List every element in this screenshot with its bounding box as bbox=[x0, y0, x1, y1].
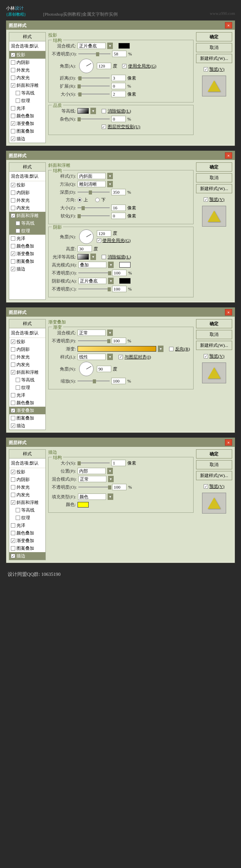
styles-list: 样式 混合选项:默认 投影 内阴影 外发光 内发光 斜面和浮雕 等高线 纹理 光… bbox=[9, 32, 46, 143]
cancel-button[interactable]: 取消 bbox=[196, 43, 232, 52]
distance-slider[interactable] bbox=[78, 76, 110, 80]
antialias-checkbox[interactable] bbox=[102, 109, 106, 113]
opacity-slider[interactable] bbox=[78, 51, 110, 56]
structure-group: 结构 混合模式:正片叠底▼ 不透明度(O):58% 角度(A):120度使用全局… bbox=[48, 40, 194, 102]
preview-checkbox[interactable] bbox=[204, 67, 208, 72]
style-satin[interactable]: 光泽 bbox=[9, 104, 45, 112]
styles-header: 样式 bbox=[9, 33, 45, 41]
style-bevel[interactable]: 斜面和浮雕 bbox=[9, 212, 45, 219]
quality-group: 品质 等高线:▼消除锯齿(L) 杂色(N):0% 图层挖空投影(U) bbox=[48, 105, 194, 135]
ok-button[interactable]: 确定 bbox=[196, 32, 232, 41]
styles-list: 样式 混合选项:默认 投影 内阴影 外发光 内发光 斜面和浮雕 等高线 纹理 光… bbox=[9, 162, 46, 300]
blend-mode-select[interactable]: 正片叠底 bbox=[78, 43, 106, 49]
cancel-button[interactable]: 取消 bbox=[196, 460, 232, 469]
shadow-color-swatch[interactable] bbox=[118, 43, 130, 49]
dialog-title: 图层样式 bbox=[9, 23, 27, 29]
dialog-drop-shadow: 图层样式 × 样式 混合选项:默认 投影 内阴影 外发光 内发光 斜面和浮雕 等… bbox=[6, 20, 235, 146]
spread-field[interactable]: 0 bbox=[111, 83, 126, 89]
stroke-color-swatch[interactable] bbox=[78, 502, 89, 508]
global-light-checkbox[interactable] bbox=[122, 64, 127, 68]
style-gradient-overlay[interactable]: 渐变叠加 bbox=[9, 407, 45, 414]
new-style-button[interactable]: 新建样式(W)... bbox=[196, 341, 232, 350]
logo-sub: {原创教程} bbox=[6, 12, 26, 16]
close-button[interactable]: × bbox=[225, 152, 232, 159]
shadow-color[interactable] bbox=[119, 278, 131, 284]
dropdown-arrow-icon[interactable]: ▼ bbox=[107, 43, 113, 49]
style-color-overlay[interactable]: 颜色叠加 bbox=[9, 112, 45, 120]
cancel-button[interactable]: 取消 bbox=[196, 330, 232, 339]
highlight-color[interactable] bbox=[119, 262, 131, 268]
distance-field[interactable]: 3 bbox=[111, 75, 126, 81]
close-button[interactable]: × bbox=[225, 22, 232, 29]
style-inner-shadow[interactable]: 内阴影 bbox=[9, 59, 45, 66]
style-stroke[interactable]: 描边 bbox=[9, 135, 45, 143]
ok-button[interactable]: 确定 bbox=[196, 319, 232, 328]
style-drop-shadow[interactable]: 投影 bbox=[9, 51, 45, 59]
new-style-button[interactable]: 新建样式(W)... bbox=[196, 471, 232, 480]
size-field[interactable]: 2 bbox=[111, 91, 126, 97]
style-stroke[interactable]: 描边 bbox=[9, 552, 45, 560]
blend-options[interactable]: 混合选项:默认 bbox=[9, 41, 45, 51]
checkbox[interactable] bbox=[11, 53, 15, 57]
dialog-stroke: 图层样式× 样式 混合选项:默认 投影 内阴影 外发光 内发光 斜面和浮雕 等高… bbox=[6, 438, 235, 563]
close-button[interactable]: × bbox=[225, 309, 232, 315]
cancel-button[interactable]: 取消 bbox=[196, 173, 232, 182]
noise-slider[interactable] bbox=[78, 117, 110, 121]
style-texture[interactable]: 纹理 bbox=[9, 97, 45, 104]
bevel-style-select[interactable]: 内斜面 bbox=[78, 173, 106, 179]
ok-button[interactable]: 确定 bbox=[196, 449, 232, 459]
preview-thumbnail bbox=[202, 76, 226, 96]
settings-panel: 投影 结构 混合模式:正片叠底▼ 不透明度(O):58% 角度(A):120度使… bbox=[48, 32, 196, 143]
angle-dial[interactable] bbox=[79, 229, 94, 244]
technique-select[interactable]: 雕刻清晰 bbox=[78, 181, 106, 187]
close-button[interactable]: × bbox=[225, 439, 232, 446]
style-outer-glow[interactable]: 外发光 bbox=[9, 66, 45, 74]
site-url: www.z990.com bbox=[210, 11, 235, 16]
ok-button[interactable]: 确定 bbox=[196, 162, 232, 172]
angle-dial[interactable] bbox=[79, 59, 94, 73]
noise-field[interactable]: 0 bbox=[111, 116, 126, 122]
new-style-button[interactable]: 新建样式(W)... bbox=[196, 184, 232, 193]
size-slider[interactable] bbox=[78, 92, 110, 96]
dropdown-arrow-icon[interactable]: ▼ bbox=[90, 108, 96, 114]
contour-picker[interactable] bbox=[78, 108, 89, 114]
titlebar: 图层样式 × bbox=[6, 21, 235, 30]
style-inner-glow[interactable]: 内发光 bbox=[9, 74, 45, 82]
tutorial-title: [Photoshop实例教程]金属文字制作实例 bbox=[43, 11, 118, 17]
knockout-checkbox[interactable] bbox=[102, 125, 106, 129]
logo: 小林设计 bbox=[6, 4, 24, 11]
new-style-button[interactable]: 新建样式(W)... bbox=[196, 54, 232, 63]
style-pattern-overlay[interactable]: 图案叠加 bbox=[9, 127, 45, 135]
side-buttons: 确定 取消 新建样式(W)... 预览(V) bbox=[196, 32, 232, 143]
direction-up-radio[interactable] bbox=[78, 198, 82, 202]
style-gradient-overlay[interactable]: 渐变叠加 bbox=[9, 120, 45, 127]
page-header: 小林设计 {原创教程} [Photoshop实例教程]金属文字制作实例 www.… bbox=[6, 4, 235, 17]
footer-text: 设计同盟QQ群: 10635190 bbox=[6, 568, 235, 581]
style-bevel[interactable]: 斜面和浮雕 bbox=[9, 82, 45, 89]
angle-field[interactable]: 120 bbox=[97, 63, 111, 69]
opacity-field[interactable]: 58 bbox=[112, 51, 127, 57]
style-contour[interactable]: 等高线 bbox=[9, 89, 45, 97]
gradient-picker[interactable] bbox=[78, 346, 156, 352]
direction-down-radio[interactable] bbox=[95, 198, 100, 202]
spread-slider[interactable] bbox=[78, 84, 110, 88]
section-title: 投影 bbox=[48, 32, 194, 38]
dialog-gradient-overlay: 图层样式× 样式 混合选项:默认 投影 内阴影 外发光 内发光 斜面和浮雕 等高… bbox=[6, 307, 235, 433]
dialog-bevel: 图层样式× 样式 混合选项:默认 投影 内阴影 外发光 内发光 斜面和浮雕 等高… bbox=[6, 151, 235, 303]
